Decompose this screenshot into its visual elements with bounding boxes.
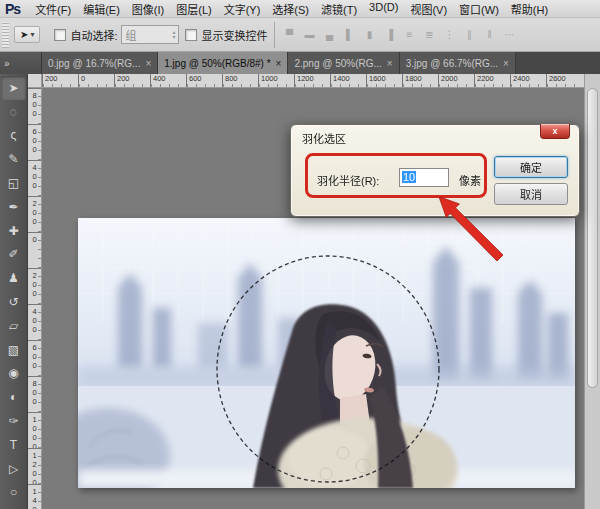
move-tool-preset-button[interactable]: ➤ ▾ — [14, 26, 40, 43]
vertical-scrollbar[interactable] — [584, 74, 600, 509]
clone-stamp-tool[interactable]: ♟ — [0, 266, 27, 290]
quick-selection-tool[interactable]: ✎ — [0, 147, 27, 171]
tab-close-icon[interactable]: × — [387, 58, 393, 69]
scrollbar-thumb[interactable] — [587, 88, 598, 388]
menu-item-3[interactable]: 图层(L) — [170, 1, 217, 17]
path-selection-tool[interactable]: ▷ — [0, 457, 27, 481]
double-chevron-icon: » — [4, 58, 10, 69]
chevron-down-icon: ▾ — [30, 30, 34, 39]
hruler-label-8: 1400 — [330, 74, 366, 87]
gradient-tool[interactable]: ▧ — [0, 338, 27, 362]
auto-select-value: 组 — [125, 27, 136, 43]
hruler-label-10: 1800 — [402, 74, 438, 87]
document-tab-1[interactable]: 1.jpg @ 50%(RGB/8#) *× — [158, 52, 288, 74]
move-tool[interactable]: ➤ — [1, 76, 26, 100]
hruler-label-14: 2600 — [546, 74, 582, 87]
hruler-label-2: 200 — [114, 74, 150, 87]
dialog-title: 羽化选区 — [291, 125, 579, 146]
button-align-vertical-centers[interactable]: ▬ — [302, 29, 316, 40]
menu-item-0[interactable]: 文件(F) — [29, 1, 77, 17]
button-distribute-right-edges[interactable]: ⋯ — [502, 29, 516, 40]
ellipse-tool[interactable]: ○ — [0, 481, 27, 505]
eraser-tool[interactable]: ▱ — [0, 314, 27, 338]
eyedropper-tool[interactable]: ✒ — [0, 195, 27, 219]
lasso-tool[interactable]: ς — [0, 124, 27, 148]
document-tab-bar: » 0.jpg @ 16.7%(RG...×1.jpg @ 50%(RGB/8#… — [0, 52, 600, 74]
tab-label: 0.jpg @ 16.7%(RG... — [48, 58, 140, 69]
tab-close-icon[interactable]: × — [276, 58, 282, 69]
feather-radius-label: 羽化半径(R): — [317, 172, 379, 188]
pen-tool[interactable]: ✑ — [0, 409, 27, 433]
menu-item-7[interactable]: 3D(D) — [363, 1, 404, 17]
hruler-label-3: 400 — [150, 74, 186, 87]
vertical-ruler: 8006004002000200400600800100012001400 — [28, 88, 42, 509]
menu-item-5[interactable]: 选择(S) — [266, 1, 315, 17]
pixels-unit-label: 像素 — [459, 172, 481, 188]
tools-panel: ➤◌ς✎◱✒✚✐♟↺▱▧◉◐✑T▷○ — [0, 74, 28, 509]
type-tool[interactable]: T — [0, 433, 27, 457]
auto-select-combo[interactable]: 组 ▴▾ — [121, 25, 179, 44]
button-align-right-edges[interactable]: ▐ — [382, 29, 396, 40]
menu-item-2[interactable]: 图像(I) — [126, 1, 170, 17]
auto-select-checkbox[interactable] — [54, 29, 66, 41]
brush-tool[interactable]: ✐ — [0, 243, 27, 267]
button-distribute-vertical-centers[interactable]: ≣ — [422, 29, 436, 40]
dodge-tool[interactable]: ◐ — [0, 385, 27, 409]
document-tab-2[interactable]: 2.png @ 50%(RG...× — [288, 52, 399, 74]
hruler-label-12: 2200 — [474, 74, 510, 87]
menu-item-6[interactable]: 滤镜(T) — [315, 1, 363, 17]
options-bar-grip[interactable] — [2, 22, 9, 48]
button-distribute-top-edges[interactable]: ≡ — [402, 29, 416, 40]
vruler-label-11: 1400 — [28, 484, 41, 509]
feather-radius-value: 10 — [402, 171, 416, 183]
elliptical-marquee-tool[interactable]: ◌ — [0, 100, 27, 124]
feather-radius-input[interactable]: 10 — [399, 168, 449, 187]
crop-tool[interactable]: ◱ — [0, 171, 27, 195]
vruler-label-1: 600 — [28, 124, 41, 160]
blur-tool[interactable]: ◉ — [0, 362, 27, 386]
combo-spinner-icon: ▴▾ — [172, 30, 175, 40]
auto-select-label: 自动选择: — [70, 27, 117, 43]
ok-button[interactable]: 确定 — [494, 156, 568, 178]
photo-document[interactable] — [78, 218, 575, 488]
close-icon[interactable]: x — [540, 124, 570, 139]
hruler-label-7: 1200 — [294, 74, 330, 87]
tab-close-icon[interactable]: × — [503, 58, 509, 69]
document-tab-3[interactable]: 3.jpg @ 66.7%(RG...× — [400, 52, 516, 74]
document-tabs: 0.jpg @ 16.7%(RG...×1.jpg @ 50%(RGB/8#) … — [42, 52, 516, 74]
vruler-label-6: 400 — [28, 304, 41, 340]
vruler-label-2: 400 — [28, 160, 41, 196]
vruler-label-7: 600 — [28, 340, 41, 376]
history-brush-tool[interactable]: ↺ — [0, 290, 27, 314]
show-transform-checkbox[interactable] — [185, 29, 197, 41]
tab-close-icon[interactable]: × — [145, 58, 151, 69]
button-align-top-edges[interactable]: ▀ — [282, 29, 296, 40]
menu-item-10[interactable]: 帮助(H) — [505, 1, 554, 17]
tools-panel-collapse-button[interactable]: » — [0, 52, 42, 74]
vruler-label-4: 0 — [28, 232, 41, 268]
hruler-label-4: 600 — [186, 74, 222, 87]
button-distribute-left-edges[interactable]: ∥ — [462, 29, 476, 40]
vruler-label-8: 800 — [28, 376, 41, 412]
tab-label: 2.png @ 50%(RG... — [294, 58, 381, 69]
button-distribute-bottom-edges[interactable]: ⋮ — [442, 29, 456, 40]
button-distribute-horizontal-centers[interactable]: ‖ — [482, 29, 496, 40]
cancel-button[interactable]: 取消 — [494, 183, 568, 205]
ruler-origin-corner — [28, 74, 42, 88]
menu-item-4[interactable]: 文字(Y) — [218, 1, 267, 17]
move-tool-icon: ➤ — [20, 29, 28, 40]
spot-healing-brush-tool[interactable]: ✚ — [0, 219, 27, 243]
hruler-label-11: 2000 — [438, 74, 474, 87]
menu-item-9[interactable]: 窗口(W) — [453, 1, 505, 17]
tab-label: 3.jpg @ 66.7%(RG... — [406, 58, 498, 69]
button-align-left-edges[interactable]: ▌ — [342, 29, 356, 40]
hruler-label-13: 2400 — [510, 74, 546, 87]
menu-item-1[interactable]: 编辑(E) — [77, 1, 126, 17]
button-align-horizontal-centers[interactable]: ▮ — [362, 29, 376, 40]
button-align-bottom-edges[interactable]: ▄ — [322, 29, 336, 40]
photoshop-window: Ps 文件(F)编辑(E)图像(I)图层(L)文字(Y)选择(S)滤镜(T)3D… — [0, 0, 600, 509]
photo-image — [78, 218, 575, 488]
document-tab-0[interactable]: 0.jpg @ 16.7%(RG...× — [42, 52, 158, 74]
menu-item-8[interactable]: 视图(V) — [404, 1, 453, 17]
vruler-label-9: 1000 — [28, 412, 41, 448]
